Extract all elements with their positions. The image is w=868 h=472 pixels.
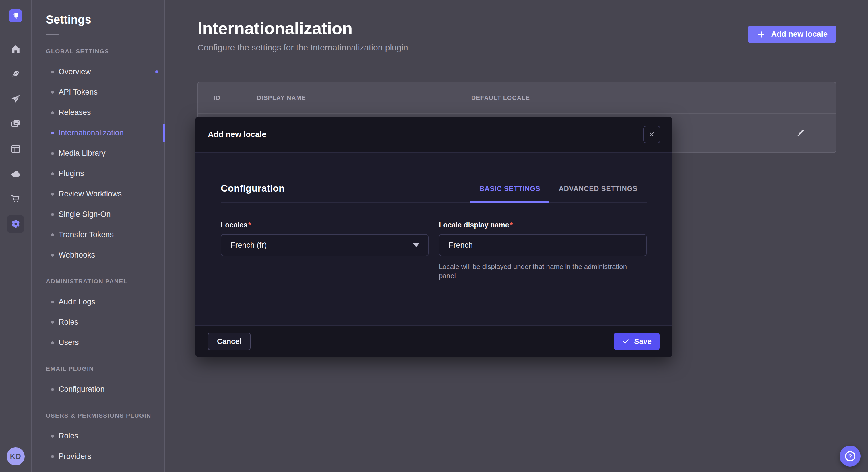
sidebar-item-single-sign-on[interactable]: Single Sign-On [32, 204, 164, 225]
rail-item-settings-gear[interactable] [0, 211, 31, 236]
configuration-header-row: Configuration BASIC SETTINGSADVANCED SET… [221, 183, 647, 203]
locales-label-text: Locales [221, 221, 247, 229]
bullet-icon [51, 254, 54, 257]
rail-item-paper-plane[interactable] [0, 87, 31, 111]
column-header-id: ID [214, 94, 257, 101]
active-indicator-bar [163, 124, 165, 142]
sidebar-item-plugins[interactable]: Plugins [32, 164, 164, 184]
sidebar-item-internationalization[interactable]: Internationalization [32, 123, 164, 143]
configuration-title: Configuration [221, 183, 285, 202]
sidebar-item-label: Releases [59, 108, 91, 117]
bullet-icon [51, 213, 54, 216]
notification-dot [155, 70, 158, 73]
rail-item-media-library[interactable] [0, 111, 31, 136]
modal-title: Add new locale [208, 130, 267, 139]
display-name-label: Locale display name* [439, 221, 647, 229]
chevron-down-icon [413, 243, 420, 247]
display-name-label-text: Locale display name [439, 221, 509, 229]
required-asterisk: * [510, 221, 513, 229]
sidebar-item-media-library[interactable]: Media Library [32, 143, 164, 164]
sidebar-item-label: Users [59, 338, 79, 347]
subnav-divider [46, 34, 59, 35]
rail-item-home[interactable] [0, 37, 31, 62]
user-avatar[interactable]: KD [7, 447, 25, 465]
bullet-icon [51, 388, 54, 391]
sidebar-item-label: Audit Logs [59, 297, 95, 306]
paper-plane-icon [10, 94, 21, 104]
sidebar-item-label: Transfer Tokens [59, 230, 114, 239]
add-new-locale-button[interactable]: Add new locale [748, 26, 836, 43]
sidebar-item-label: Review Workflows [59, 190, 122, 198]
edit-locale-button[interactable] [794, 126, 807, 140]
active-rail-pill [7, 215, 24, 233]
bullet-icon [51, 321, 54, 324]
display-name-input[interactable]: French [439, 234, 647, 256]
sidebar-item-roles[interactable]: Roles [32, 426, 164, 446]
bullet-icon [51, 91, 54, 94]
sidebar-item-configuration[interactable]: Configuration [32, 379, 164, 400]
locales-label: Locales* [221, 221, 429, 229]
sidebar-item-users[interactable]: Users [32, 332, 164, 353]
save-label: Save [634, 337, 652, 346]
sidebar-item-label: Roles [59, 318, 79, 327]
strapi-logo-icon [10, 10, 21, 22]
rail-item-content-manager[interactable] [0, 136, 31, 162]
sidebar-item-roles[interactable]: Roles [32, 312, 164, 332]
strapi-logo[interactable] [9, 9, 22, 22]
bullet-icon [51, 111, 54, 114]
rail-item-feather[interactable] [0, 62, 31, 87]
rail-item-cloud[interactable] [0, 162, 31, 187]
sidebar-item-review-workflows[interactable]: Review Workflows [32, 184, 164, 204]
tab-advanced-settings[interactable]: ADVANCED SETTINGS [549, 185, 647, 202]
bullet-icon [51, 301, 54, 303]
nav-section-label-email-plugin: EMAIL PLUGIN [46, 365, 164, 372]
sidebar-item-releases[interactable]: Releases [32, 102, 164, 123]
display-name-field: Locale display name* French Locale will … [439, 221, 647, 280]
settings-subnav: Settings GLOBAL SETTINGSOverviewAPI Toke… [32, 0, 165, 472]
sidebar-item-webhooks[interactable]: Webhooks [32, 245, 164, 265]
required-asterisk: * [248, 221, 251, 229]
tab-basic-settings[interactable]: BASIC SETTINGS [470, 185, 550, 202]
close-modal-button[interactable] [643, 126, 660, 143]
save-button[interactable]: Save [614, 333, 660, 350]
sidebar-item-label: Media Library [59, 149, 105, 158]
plus-icon [756, 30, 766, 39]
sidebar-item-label: Webhooks [59, 250, 95, 260]
sidebar-item-overview[interactable]: Overview [32, 62, 164, 82]
bullet-icon [51, 455, 54, 458]
marketplace-cart-icon [10, 194, 21, 204]
sidebar-item-transfer-tokens[interactable]: Transfer Tokens [32, 225, 164, 245]
add-locale-modal: Add new locale Configuration BASIC SETTI… [195, 117, 672, 357]
subnav-sections: GLOBAL SETTINGSOverviewAPI TokensRelease… [32, 48, 164, 467]
cancel-button[interactable]: Cancel [208, 333, 251, 350]
rail-item-marketplace-cart[interactable] [0, 187, 31, 211]
close-icon [648, 131, 656, 138]
rail-bottom: KD [0, 440, 31, 472]
strapi-settings-screen: KD Settings GLOBAL SETTINGSOverviewAPI T… [0, 0, 868, 472]
display-name-hint: Locale will be displayed under that name… [439, 262, 643, 280]
page-subtitle: Configure the settings for the Internati… [197, 43, 836, 53]
locales-select-value: French (fr) [230, 241, 267, 250]
nav-section-label-global-settings: GLOBAL SETTINGS [46, 48, 164, 55]
bullet-icon [51, 132, 54, 134]
app-icon-rail: KD [0, 0, 32, 472]
help-button[interactable]: ? [840, 446, 861, 467]
locales-field: Locales* French (fr) [221, 221, 429, 280]
bullet-icon [51, 71, 54, 73]
media-library-icon [10, 119, 21, 129]
sidebar-item-providers[interactable]: Providers [32, 446, 164, 467]
locales-select[interactable]: French (fr) [221, 234, 429, 256]
settings-gear-icon [10, 218, 21, 229]
sidebar-item-audit-logs[interactable]: Audit Logs [32, 292, 164, 312]
sidebar-item-api-tokens[interactable]: API Tokens [32, 82, 164, 102]
bullet-icon [51, 172, 54, 175]
sidebar-item-label: Plugins [59, 169, 84, 178]
svg-text:?: ? [848, 453, 852, 460]
sidebar-item-label: Internationalization [59, 129, 124, 137]
bullet-icon [51, 193, 54, 196]
sidebar-item-label: Overview [59, 67, 91, 76]
logo-area [0, 0, 31, 32]
sidebar-item-label: Configuration [59, 385, 105, 394]
pencil-icon [795, 128, 806, 138]
bullet-icon [51, 233, 54, 236]
